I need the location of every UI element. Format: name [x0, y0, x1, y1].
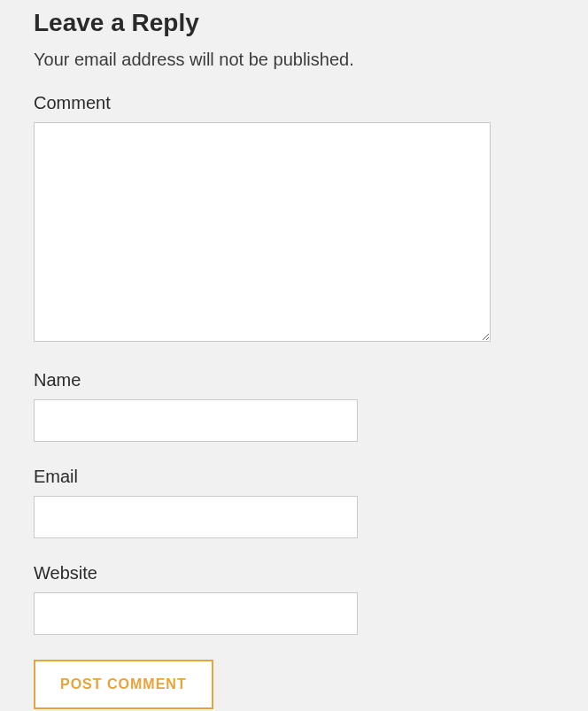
email-label: Email: [34, 467, 554, 487]
website-input[interactable]: [34, 592, 358, 635]
form-title: Leave a Reply: [34, 9, 554, 37]
email-input[interactable]: [34, 496, 358, 538]
website-field-group: Website: [34, 563, 554, 635]
post-comment-button[interactable]: POST COMMENT: [34, 660, 213, 709]
comment-field-group: Comment: [34, 93, 554, 345]
email-field-group: Email: [34, 467, 554, 538]
website-label: Website: [34, 563, 554, 583]
name-input[interactable]: [34, 399, 358, 442]
name-field-group: Name: [34, 370, 554, 442]
form-note: Your email address will not be published…: [34, 50, 554, 70]
comment-label: Comment: [34, 93, 554, 113]
name-label: Name: [34, 370, 554, 390]
comment-textarea[interactable]: [34, 122, 491, 342]
